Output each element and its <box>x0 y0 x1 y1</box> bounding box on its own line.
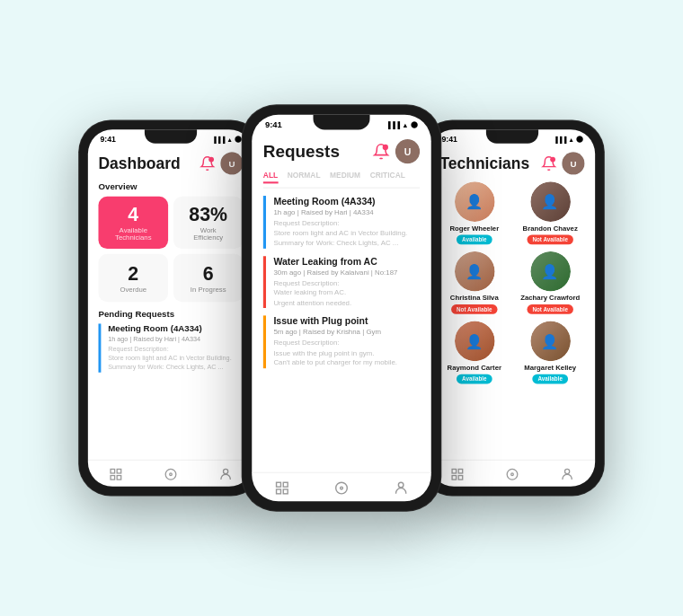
nav-person-left[interactable] <box>217 466 235 483</box>
bell-icon-center[interactable] <box>373 143 390 160</box>
nav-compass-right[interactable] <box>503 466 520 483</box>
tech-margaret[interactable]: 👤 Margaret Kelley Available <box>516 321 585 384</box>
status-icons-right: ▐▐▐ ▲ ⬤ <box>554 136 583 143</box>
nav-grid-left[interactable] <box>107 466 124 483</box>
tech-name-zachary: Zachary Crawford <box>520 294 580 302</box>
notch-left <box>145 129 197 144</box>
stat-lbl-2: WorkEfficiency <box>193 226 223 242</box>
dash-req-title-1: Meeting Room (4A334) <box>108 323 243 333</box>
time-right: 9:41 <box>441 135 457 144</box>
tab-critical[interactable]: CRITICAL <box>370 172 405 184</box>
dash-req-meta-1: 1h ago | Raised by Hari | 4A334 <box>108 335 243 343</box>
stat-num-3: 2 <box>128 263 138 286</box>
svg-point-7 <box>224 469 228 473</box>
stat-lbl-3: Overdue <box>120 286 146 294</box>
svg-rect-9 <box>276 482 280 487</box>
dashboard-content: Dashboard U Ov <box>88 145 253 460</box>
dash-request-1[interactable]: Meeting Room (4A334) 1h ago | Raised by … <box>98 323 243 372</box>
technicians-title: Technicians <box>439 154 529 172</box>
tech-avatar-christina: 👤 <box>454 251 494 292</box>
overview-label: Overview <box>98 181 243 191</box>
tech-name-raymond: Raymond Carter <box>448 364 501 372</box>
status-icons-center: ▐▐▐ ▲ ⬤ <box>386 121 419 128</box>
dash-req-desc-1: Request Description:Store room light and… <box>108 345 243 373</box>
svg-rect-3 <box>111 476 115 480</box>
svg-point-15 <box>399 482 404 488</box>
req-desc-2: Request Description:Water leaking from A… <box>273 278 420 308</box>
tech-status-zachary: Not Available <box>528 304 573 314</box>
phone-technicians: 9:41 ▐▐▐ ▲ ⬤ Technicians <box>421 120 604 495</box>
phones-container: 9:41 ▐▐▐ ▲ ⬤ Dashboard <box>58 115 625 501</box>
dashboard-header-icons: U <box>200 152 244 174</box>
technicians-header: Technicians U <box>439 152 584 174</box>
svg-point-5 <box>165 469 176 480</box>
bell-icon-left[interactable] <box>200 155 215 171</box>
stat-efficiency: 83% WorkEfficiency <box>173 197 244 249</box>
req-title-3: Issue with Plug point <box>273 315 420 326</box>
stats-grid: 4 AvailableTechnicians 83% WorkEfficienc… <box>98 197 243 302</box>
svg-rect-2 <box>117 469 121 473</box>
tech-avatar-brandon: 👤 <box>530 181 571 222</box>
tech-status-raymond: Available <box>457 374 492 384</box>
svg-point-0 <box>208 157 214 163</box>
requests-header-icons: U <box>373 139 421 163</box>
tech-roger[interactable]: 👤 Roger Wheeler Available <box>439 181 509 244</box>
tab-medium[interactable]: MEDIUM <box>330 172 360 184</box>
svg-rect-20 <box>458 476 463 480</box>
stat-inprogress: 6 In Progress <box>173 254 244 302</box>
svg-rect-11 <box>276 489 280 494</box>
tech-zachary[interactable]: 👤 Zachary Crawford Not Available <box>516 251 585 314</box>
tech-name-margaret: Margaret Kelley <box>524 364 576 372</box>
req-desc-3: Request Description:Issue with the plug … <box>273 339 420 368</box>
svg-point-23 <box>565 469 570 473</box>
avatar-center[interactable]: U <box>395 139 420 163</box>
tech-avatar-roger: 👤 <box>454 181 494 222</box>
req-meta-2: 30m ago | Raised by Kalaivani | No:187 <box>273 268 420 276</box>
nav-grid-right[interactable] <box>448 466 466 483</box>
nav-compass-left[interactable] <box>162 466 179 483</box>
tech-christina[interactable]: 👤 Christina Silva Not Available <box>439 251 509 314</box>
bottom-nav-left <box>88 460 253 487</box>
req-item-2[interactable]: Water Leaking from AC 30m ago | Raised b… <box>263 256 420 308</box>
nav-grid-center[interactable] <box>272 479 291 497</box>
req-title-1: Meeting Room (4A334) <box>273 196 420 207</box>
avatar-right[interactable]: U <box>562 152 584 174</box>
svg-rect-19 <box>452 476 457 480</box>
tab-all[interactable]: ALL <box>263 172 278 184</box>
dashboard-title: Dashboard <box>98 154 180 172</box>
tech-avatar-margaret: 👤 <box>530 321 571 362</box>
svg-point-8 <box>383 145 388 150</box>
bell-icon-right[interactable] <box>541 155 556 171</box>
status-icons-left: ▐▐▐ ▲ ⬤ <box>212 136 242 143</box>
tech-raymond[interactable]: 👤 Raymond Carter Available <box>439 321 509 384</box>
svg-point-13 <box>336 482 348 494</box>
req-meta-3: 5m ago | Raised by Krishna | Gym <box>273 328 420 336</box>
bottom-nav-center <box>252 472 431 502</box>
nav-compass-center[interactable] <box>332 479 350 497</box>
dashboard-header: Dashboard U <box>98 152 243 174</box>
time-left: 9:41 <box>100 135 115 144</box>
svg-rect-1 <box>111 469 115 473</box>
tech-brandon[interactable]: 👤 Brandon Chavez Not Available <box>516 181 585 244</box>
tech-status-roger: Available <box>457 235 492 245</box>
stat-overdue: 2 Overdue <box>98 254 168 302</box>
nav-person-right[interactable] <box>559 466 576 483</box>
tech-status-christina: Not Available <box>451 304 497 314</box>
stat-technicians: 4 AvailableTechnicians <box>98 197 168 249</box>
nav-person-center[interactable] <box>392 479 411 497</box>
avatar-left[interactable]: U <box>220 152 243 174</box>
tab-normal[interactable]: NORMAL <box>288 172 321 184</box>
technicians-header-icons: U <box>541 152 585 174</box>
svg-rect-12 <box>283 489 288 494</box>
svg-rect-10 <box>283 482 288 487</box>
req-item-3[interactable]: Issue with Plug point 5m ago | Raised by… <box>263 315 420 367</box>
tech-name-roger: Roger Wheeler <box>449 224 499 233</box>
req-desc-1: Request Description:Store room light and… <box>273 218 420 248</box>
phone-dashboard: 9:41 ▐▐▐ ▲ ⬤ Dashboard <box>79 120 262 495</box>
req-meta-1: 1h ago | Raised by Hari | 4A334 <box>273 208 420 216</box>
req-item-1[interactable]: Meeting Room (4A334) 1h ago | Raised by … <box>263 196 420 248</box>
requests-tabs: ALL NORMAL MEDIUM CRITICAL <box>263 172 420 189</box>
tech-name-brandon: Brandon Chavez <box>523 224 578 233</box>
phone-requests: 9:41 ▐▐▐ ▲ ⬤ Requests <box>243 105 441 511</box>
requests-title: Requests <box>263 142 340 162</box>
